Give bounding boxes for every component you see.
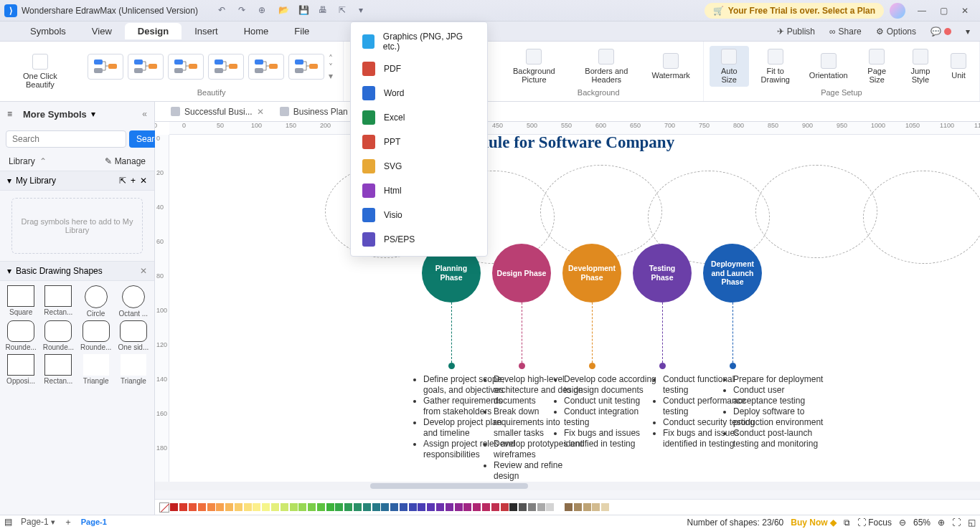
notification-button[interactable]: 💬 (925, 24, 957, 39)
minimize-button[interactable]: — (911, 1, 933, 21)
save-button[interactable]: 💾 (298, 5, 310, 16)
color-swatch-30[interactable] (446, 503, 453, 511)
export-word[interactable]: Word (351, 81, 487, 105)
color-swatch-22[interactable] (372, 503, 380, 511)
color-swatch-18[interactable] (335, 503, 343, 511)
color-swatch-47[interactable] (601, 503, 609, 511)
doc-tab-1[interactable]: Business Plan (273, 104, 355, 120)
menu-home[interactable]: Home (231, 23, 282, 39)
color-swatch-31[interactable] (455, 503, 463, 511)
shape-7[interactable]: One sid... (116, 320, 151, 351)
color-swatch-27[interactable] (418, 503, 425, 511)
avatar[interactable] (890, 3, 905, 19)
export-button[interactable]: ⇱ (339, 5, 350, 16)
phase-node-1[interactable]: Design Phase (492, 244, 551, 302)
color-swatch-8[interactable] (244, 503, 252, 511)
color-swatch-6[interactable] (225, 503, 233, 511)
auto-size-button[interactable]: Auto Size (710, 46, 749, 87)
color-swatch-25[interactable] (400, 503, 407, 511)
lib-export-icon[interactable]: ⇱ (119, 176, 126, 186)
menu-symbols[interactable]: Symbols (17, 23, 79, 39)
doc-tab-0[interactable]: Successful Busi...✕ (164, 104, 271, 120)
fit-drawing-button[interactable]: Fit to Drawing (750, 46, 801, 87)
qat-more-button[interactable]: ▾ (359, 5, 370, 16)
color-swatch-33[interactable] (473, 503, 481, 511)
manage-library-button[interactable]: ✎ Manage (105, 156, 146, 166)
color-swatch-42[interactable] (555, 503, 563, 511)
color-swatch-35[interactable] (491, 503, 499, 511)
export-pseps[interactable]: PS/EPS (351, 227, 487, 252)
horizontal-scrollbar[interactable] (155, 482, 980, 490)
tab-close-icon[interactable]: ✕ (257, 107, 264, 117)
background-picture-button[interactable]: Background Picture (500, 46, 569, 87)
beautify-theme-0[interactable] (88, 54, 123, 80)
unit-button[interactable]: Unit (943, 50, 974, 82)
zoom-in-slider[interactable]: ⊕ (938, 518, 945, 528)
color-swatch-5[interactable] (216, 503, 224, 511)
menu-insert[interactable]: Insert (182, 23, 231, 39)
color-swatch-26[interactable] (409, 503, 417, 511)
color-swatch-46[interactable] (592, 503, 600, 511)
print-button[interactable]: 🖶 (319, 5, 330, 16)
export-pdf[interactable]: PDF (351, 57, 487, 81)
color-swatch-23[interactable] (381, 503, 389, 511)
symbol-search-input[interactable] (6, 130, 126, 148)
color-swatch-13[interactable] (290, 503, 298, 511)
export-ppt[interactable]: PPT (351, 130, 487, 154)
borders-headers-button[interactable]: Borders and Headers (570, 46, 643, 87)
shape-4[interactable]: Rounde... (3, 320, 39, 351)
color-swatch-17[interactable] (326, 503, 334, 511)
beautify-theme-2[interactable] (168, 54, 204, 80)
my-library-header[interactable]: My Library (16, 176, 56, 186)
color-swatch-10[interactable] (262, 503, 270, 511)
no-fill-swatch[interactable] (159, 502, 169, 513)
page-list-button[interactable]: ▤ (4, 517, 12, 527)
beautify-theme-5[interactable] (288, 54, 324, 80)
collapse-panel-button[interactable]: « (142, 109, 147, 119)
page-size-button[interactable]: Page Size (857, 46, 897, 87)
color-swatch-19[interactable] (344, 503, 352, 511)
color-swatch-45[interactable] (583, 503, 591, 511)
menu-view[interactable]: View (79, 23, 125, 39)
color-swatch-28[interactable] (427, 503, 435, 511)
share-button[interactable]: ∞ Share (824, 24, 867, 39)
fit-page-button[interactable]: ⛶ (952, 518, 961, 528)
publish-button[interactable]: ✈ Publish (771, 24, 821, 39)
undo-button[interactable]: ↶ (218, 5, 230, 16)
new-button[interactable]: ⊕ (258, 5, 270, 16)
color-swatch-39[interactable] (528, 503, 536, 511)
color-swatch-3[interactable] (198, 503, 206, 511)
menu-file[interactable]: File (281, 23, 322, 39)
color-swatch-15[interactable] (308, 503, 316, 511)
shape-11[interactable]: Triangle (116, 354, 151, 385)
lib-close-icon[interactable]: ✕ (140, 176, 147, 186)
export-svg[interactable]: SVG (351, 154, 487, 178)
color-swatch-44[interactable] (574, 503, 582, 511)
color-swatch-4[interactable] (207, 503, 215, 511)
color-swatch-29[interactable] (436, 503, 444, 511)
color-swatch-1[interactable] (179, 503, 187, 511)
menu-design[interactable]: Design (125, 23, 182, 39)
shape-8[interactable]: Opposi... (3, 354, 39, 385)
color-swatch-2[interactable] (189, 503, 197, 511)
open-button[interactable]: 📂 (278, 5, 290, 16)
color-swatch-12[interactable] (281, 503, 288, 511)
menu-chevron[interactable]: ▾ (960, 24, 976, 39)
shape-1[interactable]: Rectan... (40, 285, 76, 318)
beautify-theme-4[interactable] (248, 54, 284, 80)
color-swatch-34[interactable] (482, 503, 490, 511)
library-dropzone[interactable]: Drag symbols here to add to My Library (11, 198, 143, 254)
theme-up-icon[interactable]: ˄ (329, 54, 337, 62)
color-swatch-36[interactable] (501, 503, 509, 511)
color-swatch-40[interactable] (537, 503, 545, 511)
shape-0[interactable]: Square (3, 285, 39, 318)
library-label[interactable]: Library (9, 156, 35, 166)
color-swatch-24[interactable] (390, 503, 398, 511)
page-tab[interactable]: Page-1 (75, 516, 113, 528)
color-swatch-9[interactable] (253, 503, 260, 511)
export-visio[interactable]: Visio (351, 203, 487, 227)
trial-banner[interactable]: 🛒Your Free Trial is over. Select a Plan (705, 3, 884, 19)
page-dropdown[interactable]: Page-1 ▾ (15, 515, 61, 528)
phase-node-2[interactable]: Development Phase (562, 244, 621, 302)
color-swatch-32[interactable] (463, 503, 471, 511)
